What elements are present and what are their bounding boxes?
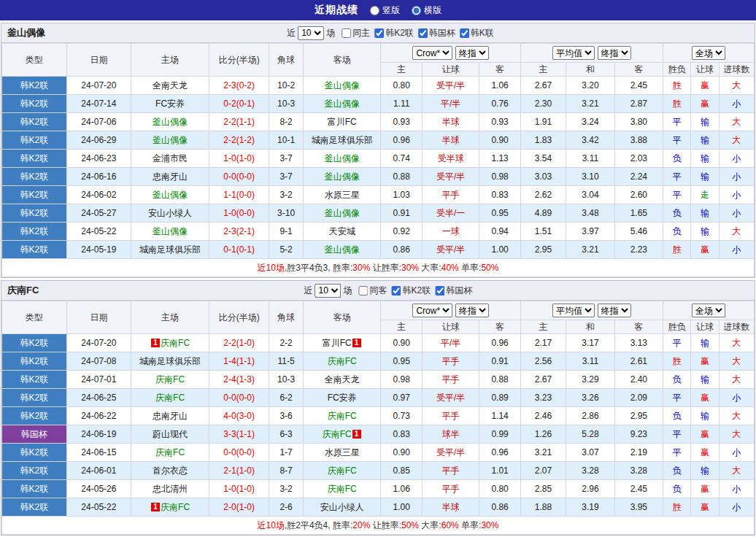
- filter-checkbox[interactable]: 韩K联: [460, 27, 494, 39]
- corner-cell: 3-2: [269, 480, 303, 498]
- avg-draw-odds-cell: 3.97: [566, 223, 614, 241]
- checkbox-韩K2联[interactable]: [391, 286, 401, 295]
- league-cell: 韩K2联: [2, 186, 67, 204]
- home-odds-cell: 0.88: [381, 168, 422, 186]
- checkbox-韩K2联[interactable]: [374, 28, 384, 38]
- goals-result-cell: 小: [719, 389, 754, 407]
- away-odds-cell: 0.88: [479, 371, 520, 389]
- date-cell: 24-06-02: [66, 186, 131, 204]
- games-label: 场: [326, 27, 335, 39]
- filter-checkbox[interactable]: 韩国杯: [435, 285, 472, 297]
- team-name: 釜山偶像: [325, 153, 360, 163]
- filter-checkbox[interactable]: 韩K2联: [374, 27, 414, 39]
- checkbox-韩K联[interactable]: [460, 28, 469, 38]
- corner-cell: 10-3: [269, 371, 303, 389]
- avg-source-select[interactable]: 平均值: [552, 304, 595, 317]
- away-odds-cell: 1.14: [479, 407, 520, 425]
- checkbox-label: 韩K2联: [402, 285, 431, 297]
- match-count-select[interactable]: 10: [298, 26, 324, 40]
- home-odds-cell: 0.92: [381, 223, 422, 241]
- avg-draw-odds-cell: 3.07: [566, 444, 614, 462]
- horizontal-radio[interactable]: [412, 6, 421, 15]
- team-name: 蔚山现代: [153, 429, 188, 439]
- avg-source-select[interactable]: 平均值: [552, 46, 595, 60]
- avg-time-select[interactable]: 终指: [598, 46, 631, 60]
- result-group-header: 全场: [663, 301, 755, 320]
- odds-time-select[interactable]: 终指: [455, 304, 489, 317]
- col-home: 主场: [131, 44, 209, 77]
- odds-source-select[interactable]: Crow*: [412, 46, 452, 60]
- layout-radio-horizontal[interactable]: 横版: [412, 4, 441, 17]
- home-odds-cell: 0.97: [381, 389, 422, 407]
- avg-away-odds-cell: 2.09: [614, 389, 663, 407]
- avg-draw-odds-cell: 3.28: [566, 462, 614, 480]
- scope-select[interactable]: 全场: [692, 304, 725, 317]
- result-cell: 负: [663, 223, 691, 241]
- col-result: 胜负: [663, 63, 691, 77]
- avg-draw-odds-cell: 3.24: [566, 113, 614, 131]
- avg-draw-odds-cell: 3.48: [566, 204, 614, 223]
- score-cell: 2-4(1-3): [209, 371, 269, 389]
- home-odds-cell: 0.73: [381, 407, 422, 425]
- checkbox-同主[interactable]: [342, 28, 351, 38]
- match-count-select[interactable]: 10: [315, 284, 341, 298]
- league-cell: 韩K2联: [2, 444, 67, 462]
- league-filter-checkboxes: 同主韩K2联韩国杯韩K联: [337, 27, 494, 39]
- checkbox-韩国杯[interactable]: [435, 286, 444, 295]
- team-name: 城南足球俱乐部: [139, 244, 201, 255]
- avg-draw-odds-cell: 3.11: [566, 150, 614, 168]
- team-name: 庆南FC: [328, 484, 357, 494]
- avg-home-odds-cell: 2.17: [520, 334, 566, 352]
- away-odds-cell: 0.94: [479, 223, 520, 241]
- summary-text: ,胜2平4负4,: [285, 520, 333, 530]
- match-row: 韩K2联24-06-25庆南FC0-0(0-0)6-2FC安养0.97受平/半0…: [2, 389, 755, 407]
- team-name: 全南天龙: [325, 374, 360, 385]
- games-label: 场: [343, 285, 352, 297]
- checkbox-同客[interactable]: [358, 286, 368, 295]
- team-name: 城南足球俱乐部: [312, 135, 373, 145]
- vertical-radio[interactable]: [370, 6, 379, 15]
- team-name: 釜山偶像: [153, 190, 188, 200]
- col-type: 类型: [2, 44, 67, 77]
- scope-select[interactable]: 全场: [692, 46, 725, 60]
- filter-checkbox[interactable]: 同客: [358, 285, 387, 297]
- score-cell: 1-0(0-0): [209, 204, 269, 223]
- avg-away-odds-cell: 2.61: [614, 352, 663, 371]
- layout-radio-vertical[interactable]: 竖版: [370, 4, 400, 17]
- score-cell: 1-0(1-0): [209, 150, 269, 168]
- away-team-cell: 庆南FC: [303, 407, 381, 425]
- goals-result-cell: 大: [719, 425, 754, 444]
- team-section-gyeongnam: 庆南FC 近 10 场 同客韩K2联韩国杯 类型 日期 主场 比分(半场) 角球…: [1, 280, 755, 536]
- league-cell: 韩国杯: [2, 425, 67, 444]
- date-cell: 24-07-20: [66, 77, 131, 95]
- date-cell: 24-05-22: [66, 498, 131, 517]
- score-cell: 1-0(1-0): [209, 480, 269, 498]
- checkbox-韩国杯[interactable]: [418, 28, 428, 38]
- col-date: 日期: [66, 301, 131, 334]
- avg-away-odds-cell: 3.13: [614, 334, 663, 352]
- handicap-cell: 受平/半: [422, 168, 479, 186]
- avg-draw-odds-cell: 3.20: [566, 77, 614, 95]
- odds-source-select[interactable]: Crow*: [412, 304, 452, 317]
- team-name: 庆南FC: [328, 356, 357, 366]
- filter-checkbox[interactable]: 同主: [342, 27, 370, 39]
- filter-checkbox[interactable]: 韩K2联: [391, 285, 431, 297]
- summary-row: 近10场,胜3平4负3, 胜率:30% 让胜率:30% 大率:40% 单率:50…: [2, 259, 755, 277]
- avg-time-select[interactable]: 终指: [598, 304, 631, 317]
- col-handicap-result: 让球: [691, 63, 719, 77]
- avg-group-header: 平均值 终指: [520, 44, 663, 63]
- away-odds-cell: 0.96: [479, 334, 520, 352]
- away-team-cell: 釜山偶像: [303, 204, 381, 223]
- home-team-cell: 庆南FC: [131, 371, 209, 389]
- summary-text: ,胜3平4负3,: [285, 263, 333, 273]
- result-cell: 负: [663, 407, 691, 425]
- filter-checkbox[interactable]: 韩国杯: [418, 27, 455, 39]
- col-avg-draw: 和: [566, 320, 614, 334]
- matches-table: 类型 日期 主场 比分(半场) 角球 客场 Crow* 终指 平均值 终指 全场: [1, 43, 755, 277]
- summary-text: 让胜率:: [370, 263, 401, 273]
- odds-time-select[interactable]: 终指: [455, 46, 489, 60]
- avg-home-odds-cell: 3.23: [520, 389, 566, 407]
- away-team-cell: 庆南FC1: [303, 425, 381, 444]
- col-away: 客场: [303, 44, 381, 77]
- result-cell: 平: [663, 186, 691, 204]
